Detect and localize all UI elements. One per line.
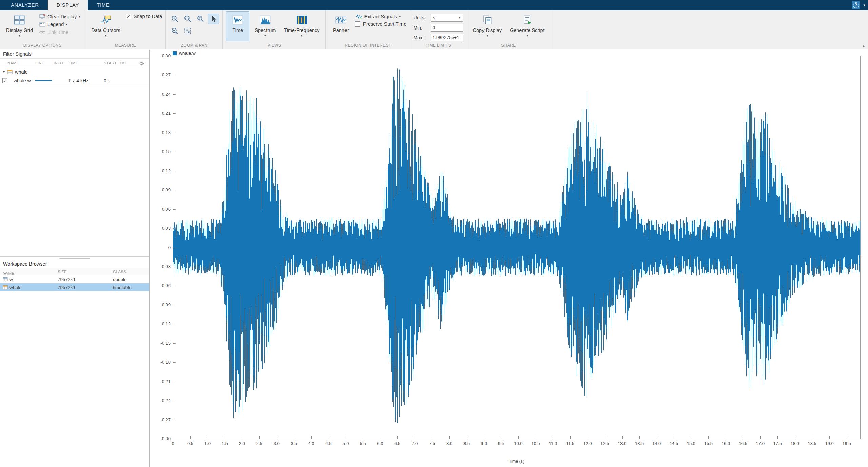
display-grid-caret-icon: ▾ bbox=[19, 34, 20, 37]
max-input[interactable] bbox=[431, 34, 463, 41]
copy-display-button[interactable]: Copy Display ▾ bbox=[470, 11, 505, 41]
snap-to-data-checkrow: ✓ Snap to Data bbox=[126, 14, 162, 19]
zoom-in-button[interactable] bbox=[169, 14, 180, 24]
time-frequency-view-button[interactable]: Time-Frequency ▾ bbox=[281, 11, 322, 41]
pointer-icon bbox=[210, 15, 217, 23]
column-info[interactable]: INFO bbox=[54, 61, 63, 65]
signal-line-swatch[interactable] bbox=[35, 80, 52, 81]
plot-box[interactable] bbox=[173, 56, 861, 439]
clear-display-button[interactable]: Clear Display ▾ bbox=[38, 14, 81, 20]
table-settings-gear-icon[interactable] bbox=[139, 61, 144, 66]
zoom-y-button[interactable] bbox=[195, 14, 206, 24]
min-input[interactable] bbox=[431, 24, 463, 32]
time-view-label: Time bbox=[232, 27, 243, 33]
panel-splitter[interactable] bbox=[0, 256, 149, 259]
section-views: Time Spectrum ▾ Time-Frequency ▾ bbox=[223, 10, 326, 49]
snap-to-data-checkbox[interactable]: ✓ bbox=[126, 14, 131, 19]
spectrum-caret-icon: ▾ bbox=[264, 34, 266, 37]
column-start-time[interactable]: START TIME bbox=[104, 61, 127, 65]
timetable-icon bbox=[3, 285, 8, 289]
section-title-views: VIEWS bbox=[223, 43, 326, 48]
generate-script-button[interactable]: Generate Script ▾ bbox=[507, 11, 547, 41]
wb-row-size: 79572×1 bbox=[58, 277, 76, 282]
section-title-time-limits: TIME LIMITS bbox=[410, 43, 467, 48]
legend-button[interactable]: Legend ▾ bbox=[38, 21, 81, 27]
section-title-zoom-pan: ZOOM & PAN bbox=[166, 43, 222, 48]
units-caret-icon: ▾ bbox=[459, 16, 461, 19]
tab-analyzer[interactable]: ANALYZER bbox=[2, 0, 48, 10]
legend-icon bbox=[39, 22, 45, 27]
wb-column-class[interactable]: CLASS bbox=[113, 270, 126, 274]
group-expander-icon[interactable]: ▾ bbox=[3, 70, 5, 74]
signal-visible-checkbox[interactable]: ✓ bbox=[2, 78, 7, 83]
waveform-canvas[interactable] bbox=[173, 56, 860, 439]
section-title-display-options: DISPLAY OPTIONS bbox=[0, 43, 85, 48]
units-select[interactable]: s ▾ bbox=[431, 14, 463, 22]
signal-table-empty-space bbox=[0, 85, 149, 256]
check-icon: ✓ bbox=[126, 14, 130, 19]
legend-caret-icon: ▾ bbox=[66, 23, 67, 26]
time-frequency-caret-icon: ▾ bbox=[301, 34, 302, 37]
y-tick-label: 0.18 bbox=[152, 130, 171, 135]
display-grid-label: Display Grid bbox=[6, 27, 33, 33]
variable-icon bbox=[3, 277, 8, 281]
tab-display[interactable]: DISPLAY bbox=[48, 0, 88, 10]
time-view-button[interactable]: Time bbox=[226, 11, 249, 41]
wb-column-size[interactable]: SIZE bbox=[58, 270, 67, 274]
section-title-share: SHARE bbox=[467, 43, 551, 48]
data-cursors-caret-icon: ▾ bbox=[105, 34, 106, 37]
sort-asc-icon: ▲ bbox=[4, 271, 6, 274]
display-grid-button[interactable]: Display Grid ▾ bbox=[3, 11, 36, 41]
workspace-row-whale[interactable]: whale 79572×1 timetable bbox=[0, 283, 149, 291]
max-label: Max: bbox=[414, 35, 429, 40]
tab-time[interactable]: TIME bbox=[88, 0, 118, 10]
y-tick-label: 0.06 bbox=[152, 207, 171, 212]
collapse-ribbon-icon[interactable]: ▴ bbox=[863, 43, 865, 48]
panner-icon bbox=[335, 13, 347, 27]
panner-button[interactable]: Panner bbox=[329, 11, 352, 41]
snap-to-data-label: Snap to Data bbox=[134, 14, 162, 19]
signal-row[interactable]: ✓ whale.w Fs: 4 kHz 0 s bbox=[0, 76, 149, 85]
signal-start-time: 0 s bbox=[104, 78, 110, 83]
signal-name: whale.w bbox=[14, 78, 31, 83]
fit-view-button[interactable] bbox=[182, 26, 193, 36]
zoom-out-button[interactable] bbox=[169, 26, 180, 36]
extract-signals-caret-icon: ▾ bbox=[399, 15, 401, 18]
toolstrip-menu-caret-icon[interactable]: ▾ bbox=[863, 3, 865, 7]
y-tick-label: 0.27 bbox=[152, 72, 171, 77]
spectrum-view-button[interactable]: Spectrum ▾ bbox=[252, 11, 278, 41]
extract-signals-button[interactable]: Extract Signals ▾ bbox=[355, 14, 406, 20]
generate-script-label: Generate Script bbox=[510, 27, 545, 33]
data-cursors-button[interactable]: Data Cursors ▾ bbox=[88, 11, 123, 41]
zoom-x-icon bbox=[184, 15, 192, 23]
legend-label: Legend bbox=[47, 22, 64, 27]
preserve-start-time-checkbox[interactable] bbox=[355, 21, 360, 27]
plot-area[interactable]: whale.w Time (s) 0.300.270.240.210.180.1… bbox=[150, 50, 868, 467]
units-value: s bbox=[433, 15, 435, 20]
signal-analyzer-window: ANALYZER DISPLAY TIME ? ▾ Display Grid ▾ bbox=[0, 0, 868, 467]
legend-swatch-icon bbox=[173, 51, 177, 55]
signal-group-row[interactable]: ▾ whale bbox=[0, 67, 149, 76]
y-tick-label: -0.30 bbox=[152, 436, 171, 441]
workspace-table-header: NAME▲ SIZE CLASS bbox=[0, 268, 149, 275]
ribbon: Display Grid ▾ Clear Display ▾ bbox=[0, 10, 868, 49]
extract-signals-label: Extract Signals bbox=[364, 14, 397, 19]
zoom-x-button[interactable] bbox=[182, 14, 193, 24]
column-time[interactable]: TIME bbox=[68, 61, 78, 65]
column-line[interactable]: LINE bbox=[35, 61, 44, 65]
data-cursors-label: Data Cursors bbox=[91, 27, 120, 33]
section-zoom-pan: ZOOM & PAN bbox=[166, 10, 223, 49]
section-share: Copy Display ▾ Generate Script ▾ SHARE bbox=[467, 10, 551, 49]
y-tick-label: 0.30 bbox=[152, 53, 171, 58]
generate-script-icon bbox=[522, 13, 533, 27]
workspace-row-w[interactable]: w 79572×1 double bbox=[0, 275, 149, 283]
wb-row-class: timetable bbox=[113, 285, 132, 290]
signal-info: Fs: 4 kHz bbox=[68, 78, 88, 83]
panner-label: Panner bbox=[333, 27, 349, 33]
pointer-button[interactable] bbox=[208, 14, 219, 24]
plot-legend[interactable]: whale.w bbox=[173, 51, 196, 56]
filter-signals-input[interactable]: Filter Signals bbox=[0, 50, 149, 59]
column-name[interactable]: NAME bbox=[7, 61, 19, 65]
y-tick-label: 0 bbox=[152, 245, 171, 250]
help-button[interactable]: ? bbox=[852, 1, 860, 9]
